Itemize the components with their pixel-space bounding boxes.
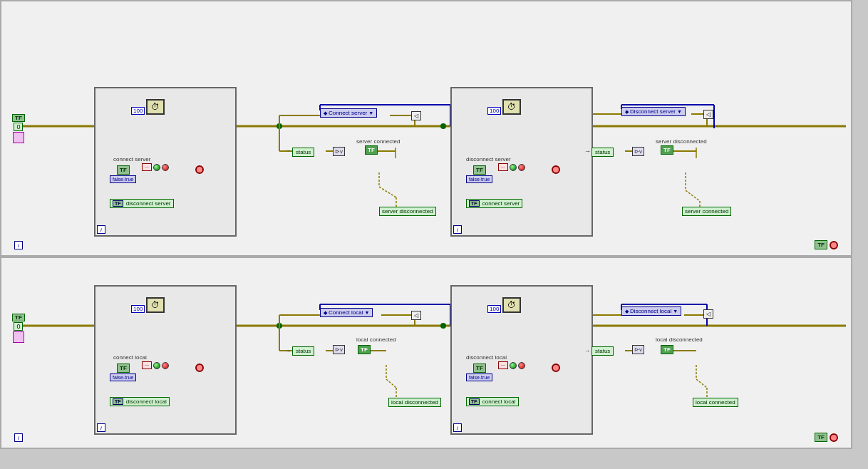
stop-btn-left-bot[interactable] bbox=[195, 364, 204, 372]
local-connected-label: local connected bbox=[356, 336, 396, 343]
left-timer-bottom: 100 ⏱ bbox=[131, 297, 165, 313]
top-diagram: TF 0 100 ⏱ connect server TF ··· bbox=[1, 1, 851, 255]
final-tf-label-bottom: TF bbox=[815, 433, 827, 442]
tf-badge: TF bbox=[113, 200, 123, 207]
status-label-top: status bbox=[292, 148, 314, 157]
connect-server-label-top: connect server bbox=[113, 156, 150, 163]
status-out-top: status bbox=[292, 148, 314, 157]
local-disconnected-label-right: local disconnected bbox=[656, 336, 703, 343]
left-loop-bottom: 100 ⏱ connect local TF ··· false-true TF bbox=[94, 285, 237, 435]
local-disconnected-text: local disconnected bbox=[388, 398, 441, 407]
server-connected-label: server connected bbox=[356, 138, 400, 145]
final-tf-bottom: TF bbox=[815, 433, 838, 442]
svg-line-36 bbox=[379, 187, 396, 197]
svg-point-47 bbox=[277, 323, 282, 329]
false-true-left-top: false-true bbox=[110, 175, 136, 183]
connect-server-dropdown[interactable]: ◆ Connect server ▼ bbox=[320, 108, 377, 118]
server-disconnected-text: server disconnected bbox=[379, 207, 436, 216]
disconnect-local-inner: TF disconnect local bbox=[110, 397, 170, 406]
right-loop-bottom: 100 ⏱ disconnect local TF ··· false-true bbox=[450, 285, 593, 435]
server-connected-box-top: server connected bbox=[682, 207, 731, 216]
svg-point-4 bbox=[440, 123, 446, 129]
tf-output-right-top: TF bbox=[661, 145, 673, 155]
timer-icon-right-top: ⏱ bbox=[502, 99, 521, 115]
connect-local-label: connect local bbox=[113, 354, 147, 361]
red-led-right-top bbox=[518, 164, 525, 171]
connect-label-text: connect server bbox=[482, 200, 520, 207]
stop-btn-right-bot[interactable] bbox=[552, 364, 560, 372]
disconnect-out-node: ◁ bbox=[703, 110, 713, 119]
server-disconnected-label-right: server disconnected bbox=[656, 138, 707, 145]
status-arrow-right-top: → bbox=[584, 148, 591, 155]
left-cluster-top: ··· bbox=[142, 163, 169, 171]
connect-out-node: ◁ bbox=[411, 111, 421, 120]
disconnect-server-btn[interactable]: ◆ Disconnect server ▼ bbox=[621, 107, 686, 116]
connect-btn-label: Connect server bbox=[329, 110, 367, 116]
disconnect-server-dropdown[interactable]: ◆ Disconnect server ▼ bbox=[621, 107, 686, 116]
status-label-bot-right: status bbox=[591, 346, 614, 356]
local-connected-text-right: local connected bbox=[693, 398, 738, 407]
status-text-bot-right: status bbox=[595, 348, 610, 354]
tf-inner-right-top: TF bbox=[473, 165, 486, 175]
disconnect-label-text: disconnect server bbox=[126, 200, 171, 207]
false-true-right-bot: false-true bbox=[466, 373, 492, 381]
green-led-right-bot bbox=[510, 362, 517, 369]
svg-point-48 bbox=[440, 323, 446, 329]
status-label-right-top: status bbox=[591, 148, 614, 157]
svg-point-3 bbox=[277, 123, 282, 129]
cluster-dots: ··· bbox=[145, 165, 149, 170]
stop-icon-left-bot bbox=[195, 364, 204, 372]
red-led-left-bot bbox=[162, 362, 169, 369]
connect-inner-bot: TF connect local bbox=[466, 397, 519, 406]
tf-output-bot-left: TF bbox=[358, 345, 371, 354]
i-badge-right-bot: i bbox=[453, 423, 462, 432]
tf-green-right-top: TF bbox=[661, 145, 673, 155]
zero-value-bot: 0 bbox=[14, 322, 23, 331]
false-true-left-bot: false-true bbox=[110, 373, 136, 381]
connect-local-out-node: ◁ bbox=[411, 311, 421, 320]
right-timer-bottom: 100 ⏱ bbox=[487, 297, 521, 313]
timer-icon-left-bottom: ⏱ bbox=[146, 297, 165, 313]
green-led-left-top bbox=[153, 164, 160, 171]
timer-icon-left-top: ⏱ bbox=[146, 99, 165, 115]
zero-value: 0 bbox=[14, 123, 23, 131]
disconnect-local-dropdown[interactable]: ◆ Disconnect local ▼ bbox=[621, 306, 681, 316]
final-stop-bottom bbox=[830, 433, 838, 442]
stop-icon-right-bot bbox=[552, 364, 560, 372]
status-out-bot-left: status bbox=[292, 346, 314, 356]
status-text-right-top: status bbox=[595, 149, 610, 155]
disc-dropdown-left: ◆ bbox=[625, 109, 629, 115]
i-badge-bottom-bot: i bbox=[14, 433, 23, 442]
false-true-right-top: false-true bbox=[466, 175, 492, 183]
tf-inner-left-top: TF bbox=[117, 165, 130, 175]
disconnect-server-inner-label: TF disconnect server bbox=[110, 199, 174, 208]
status-out-bot-right: status bbox=[591, 346, 614, 356]
stop-btn-right-top[interactable] bbox=[552, 165, 560, 174]
i-badge-left-bot: i bbox=[97, 423, 105, 432]
final-tf-label-top: TF bbox=[815, 240, 827, 249]
top-panel: TF 0 100 ⏱ connect server TF ··· bbox=[0, 0, 852, 257]
disconnect-local-btn[interactable]: ◆ Disconnect local ▼ bbox=[621, 306, 681, 316]
stop-icon-right-top bbox=[552, 165, 560, 174]
connect-local-dropdown[interactable]: ◆ Connect local ▼ bbox=[320, 308, 373, 317]
server-disconnected-box-top: server disconnected bbox=[379, 207, 436, 216]
connect-server-btn[interactable]: ◆ Connect server ▼ bbox=[320, 108, 377, 118]
tf-output-bot-right: TF bbox=[661, 345, 673, 354]
stop-btn-left-top[interactable] bbox=[195, 165, 204, 174]
status-text-bot-left: status bbox=[296, 348, 311, 354]
tf-green-top: TF bbox=[365, 145, 378, 155]
false-true-val-right-top: false-true bbox=[466, 175, 492, 183]
right-tf-block-top: TF bbox=[473, 165, 486, 175]
left-tf-block-top: TF bbox=[117, 165, 130, 175]
disconnect-btn-label: Disconnect server bbox=[630, 108, 676, 115]
right-tf-bottom: TF bbox=[473, 364, 486, 373]
tf-indicator-bot: TF bbox=[12, 314, 25, 321]
green-led-left-bot bbox=[153, 362, 160, 369]
svg-line-39 bbox=[686, 190, 700, 201]
v-block-right-top: ⊳v bbox=[632, 147, 644, 156]
v-block-top: ⊳v bbox=[333, 147, 345, 156]
status-text-top: status bbox=[296, 149, 311, 155]
tf-inner-left-bottom: TF bbox=[117, 364, 130, 373]
pink-box-bot bbox=[13, 331, 24, 343]
connect-local-btn[interactable]: ◆ Connect local ▼ bbox=[320, 308, 373, 317]
